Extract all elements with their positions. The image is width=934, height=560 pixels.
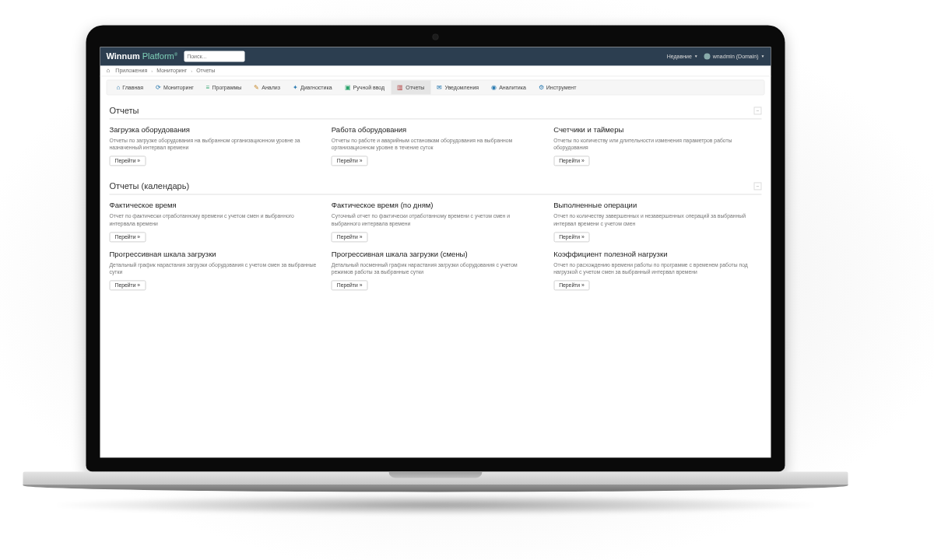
content: Отчеты – Загрузка оборудованияОтчеты по … [100, 100, 771, 303]
breadcrumb-item[interactable]: Приложения [115, 68, 147, 73]
card-description: Отчеты по загрузке оборудования на выбра… [110, 137, 318, 151]
collapse-icon[interactable]: – [754, 107, 762, 114]
card-title: Коэффициент полезной нагрузки [553, 250, 761, 258]
tab-label: Инструмент [546, 85, 577, 90]
card-description: Суточный отчет по фактически отработанно… [332, 213, 539, 227]
laptop-base [23, 471, 848, 484]
chevron-down-icon: ▼ [761, 54, 765, 58]
tab-диагностика[interactable]: ✦Диагностика [286, 80, 339, 94]
section-header: Отчеты (календарь) – [110, 177, 762, 195]
home-icon[interactable]: ⌂ [107, 67, 111, 74]
tab-icon: ▣ [345, 84, 351, 91]
tab-icon: ≡ [206, 84, 210, 91]
card-description: Отчеты по количеству или длительности из… [553, 137, 761, 151]
card-title: Счетчики и таймеры [553, 125, 761, 134]
breadcrumb-item[interactable]: Мониторинг [156, 68, 187, 73]
recent-menu[interactable]: Недавние ▼ [667, 54, 698, 59]
collapse-icon[interactable]: – [754, 183, 762, 191]
laptop-base-edge [23, 484, 848, 492]
user-icon [704, 53, 711, 59]
camera-icon [433, 33, 439, 40]
tab-label: Отчеты [406, 85, 424, 90]
go-button[interactable]: Перейти » [332, 280, 368, 290]
breadcrumb: ⌂ Приложения › Мониторинг › Отчеты [100, 65, 771, 76]
tab-icon: ✎ [254, 84, 259, 91]
card-description: Детальный график нарастания загрузки обо… [110, 261, 318, 275]
tab-label: Анализ [262, 85, 280, 90]
report-card: Фактическое время (по дням)Суточный отче… [332, 201, 539, 242]
breadcrumb-item[interactable]: Отчеты [196, 68, 215, 73]
report-card: Счетчики и таймерыОтчеты по количеству и… [553, 125, 761, 166]
tab-мониторинг[interactable]: ⟳Мониторинг [149, 80, 200, 94]
section-title: Отчеты [110, 106, 139, 115]
tab-label: Ручной ввод [353, 85, 385, 90]
chevron-right-icon: › [191, 68, 192, 73]
report-card: Загрузка оборудованияОтчеты по загрузке … [110, 125, 318, 166]
tab-label: Диагностика [300, 85, 332, 90]
logo-accent: Platform [142, 51, 174, 61]
app-logo: Winnum Platform® [107, 51, 178, 61]
laptop-shadow [47, 495, 825, 515]
screen-bezel: Winnum Platform® Недавние ▼ wnadmin (Dom… [86, 25, 785, 471]
tab-аналитика[interactable]: ◉Аналитика [485, 80, 532, 94]
tab-label: Мониторинг [163, 85, 194, 90]
report-card: Прогрессивная шкала загрузкиДетальный гр… [110, 250, 318, 290]
go-button[interactable]: Перейти » [110, 232, 146, 242]
logo-reg: ® [174, 52, 177, 57]
tab-label: Главная [122, 85, 143, 90]
user-menu[interactable]: wnadmin (Domain) ▼ [704, 53, 765, 59]
tab-label: Программы [212, 85, 242, 90]
chevron-down-icon: ▼ [694, 54, 698, 58]
card-description: Отчеты по работе и аварийным остановкам … [332, 137, 539, 151]
logo-name: Winnum [107, 51, 140, 61]
card-title: Прогрессивная шкала загрузки (смены) [332, 250, 539, 258]
recent-label: Недавние [667, 54, 692, 59]
go-button[interactable]: Перейти » [332, 156, 368, 166]
report-card: Выполненные операцииОтчет по количеству … [553, 201, 761, 242]
go-button[interactable]: Перейти » [110, 156, 146, 166]
tab-icon: ◉ [491, 84, 497, 91]
tab-инструмент[interactable]: ⚙Инструмент [532, 80, 583, 94]
search-input[interactable] [184, 51, 244, 61]
section-header: Отчеты – [110, 101, 762, 119]
card-title: Фактическое время (по дням) [332, 201, 539, 210]
card-description: Отчет по количеству завершенных и незаве… [553, 213, 761, 227]
tab-главная[interactable]: ⌂Главная [111, 80, 150, 94]
go-button[interactable]: Перейти » [110, 280, 146, 290]
laptop-frame: Winnum Platform® Недавние ▼ wnadmin (Dom… [86, 25, 848, 515]
tab-ручной ввод[interactable]: ▣Ручной ввод [339, 80, 392, 94]
report-card: Фактическое времяОтчет по фактически отр… [110, 201, 318, 242]
tab-icon: ✉ [437, 84, 442, 91]
tab-программы[interactable]: ≡Программы [200, 80, 248, 94]
section-title: Отчеты (календарь) [110, 182, 190, 191]
report-card: Работа оборудованияОтчеты по работе и ав… [332, 125, 539, 166]
tab-отчеты[interactable]: ▥Отчеты [391, 80, 430, 94]
report-grid: Фактическое времяОтчет по фактически отр… [110, 201, 762, 291]
card-description: Детальный посменный график нарастания за… [332, 261, 539, 275]
card-title: Выполненные операции [553, 201, 761, 210]
laptop-notch [389, 471, 483, 478]
tabbar: ⌂Главная⟳Мониторинг≡Программы✎Анализ✦Диа… [107, 79, 765, 95]
report-card: Прогрессивная шкала загрузки (смены)Дета… [332, 250, 539, 290]
topbar: Winnum Platform® Недавние ▼ wnadmin (Dom… [100, 47, 771, 65]
go-button[interactable]: Перейти » [553, 280, 590, 290]
tab-уведомления[interactable]: ✉Уведомления [430, 80, 485, 94]
report-card: Коэффициент полезной нагрузкиОтчет по ра… [553, 250, 761, 290]
card-title: Работа оборудования [332, 125, 539, 134]
user-label: wnadmin (Domain) [713, 54, 759, 59]
card-title: Фактическое время [110, 201, 318, 210]
chevron-right-icon: › [151, 68, 153, 73]
tab-icon: ⟳ [156, 84, 161, 91]
card-description: Отчет по фактически отработанному времен… [110, 213, 318, 227]
app-viewport: Winnum Platform® Недавние ▼ wnadmin (Dom… [100, 47, 771, 457]
tab-анализ[interactable]: ✎Анализ [248, 80, 286, 94]
tab-icon: ⌂ [117, 84, 121, 91]
tab-icon: ⚙ [539, 84, 544, 91]
card-title: Загрузка оборудования [110, 125, 318, 134]
go-button[interactable]: Перейти » [332, 232, 368, 242]
go-button[interactable]: Перейти » [553, 232, 590, 242]
tab-label: Уведомления [444, 85, 479, 90]
go-button[interactable]: Перейти » [553, 156, 590, 166]
tab-icon: ▥ [397, 84, 403, 91]
card-title: Прогрессивная шкала загрузки [110, 250, 318, 258]
